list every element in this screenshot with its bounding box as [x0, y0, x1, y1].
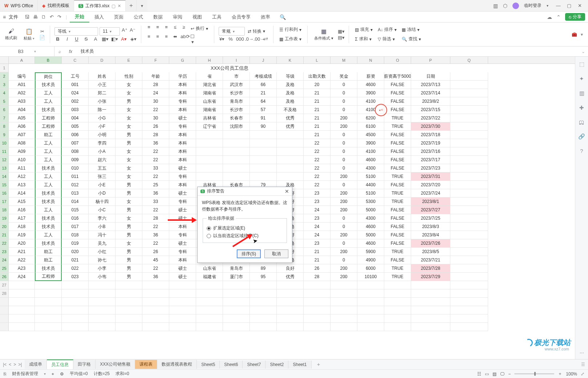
cell[interactable]: [450, 231, 488, 239]
cell[interactable]: [223, 147, 250, 156]
cell[interactable]: 小韦: [89, 273, 115, 281]
column-header[interactable]: 学历: [169, 72, 196, 81]
orientation-icon[interactable]: ab⟳: [181, 34, 187, 45]
cell[interactable]: TRUE: [384, 264, 411, 273]
cell[interactable]: 22: [304, 181, 331, 189]
cell[interactable]: [304, 281, 331, 289]
cell[interactable]: 本科: [169, 131, 196, 139]
undo-icon[interactable]: ↶: [50, 14, 54, 20]
cell[interactable]: 30: [142, 97, 169, 106]
cell[interactable]: [331, 323, 357, 331]
new-tab-button[interactable]: ＋: [126, 0, 137, 11]
row-header[interactable]: [0, 314, 9, 323]
row-header[interactable]: [0, 298, 9, 306]
cell[interactable]: 0: [331, 256, 357, 264]
row-header[interactable]: 15: [0, 181, 9, 189]
cell[interactable]: [277, 156, 304, 164]
cell[interactable]: [331, 281, 357, 289]
cell[interactable]: 22: [142, 239, 169, 248]
cell[interactable]: [223, 314, 250, 323]
cell[interactable]: 硕士: [169, 189, 196, 198]
cell[interactable]: 28: [142, 131, 169, 139]
cell[interactable]: 200: [331, 273, 357, 281]
cell[interactable]: 2023/7/21: [411, 256, 450, 264]
cell[interactable]: 24: [304, 231, 331, 239]
cell[interactable]: 张三: [89, 172, 115, 181]
cell[interactable]: [142, 289, 169, 298]
cell[interactable]: [196, 314, 223, 323]
cell[interactable]: [450, 106, 488, 114]
cell[interactable]: A16: [9, 206, 35, 214]
cell[interactable]: [250, 164, 277, 172]
cell[interactable]: [89, 281, 115, 289]
cell[interactable]: 本科: [169, 181, 196, 189]
font-color-icon[interactable]: A▾: [121, 36, 127, 42]
cell[interactable]: [89, 289, 115, 298]
cell[interactable]: A20: [9, 239, 35, 248]
cell[interactable]: 小李: [89, 264, 115, 273]
cell[interactable]: 200: [331, 264, 357, 273]
cell[interactable]: FALSE: [384, 239, 411, 248]
cell[interactable]: [277, 314, 304, 323]
cell[interactable]: FALSE: [384, 139, 411, 147]
cell[interactable]: 及格: [277, 81, 304, 89]
cell[interactable]: [142, 298, 169, 306]
cell[interactable]: 3900: [357, 89, 384, 97]
cell[interactable]: 0: [331, 89, 357, 97]
cell[interactable]: 李四: [89, 139, 115, 147]
border-icon[interactable]: ▦▾: [102, 36, 108, 42]
cell[interactable]: [450, 223, 488, 231]
filter-button[interactable]: ▽ 筛选 ▾: [376, 35, 398, 44]
cell[interactable]: 2023/7/31: [411, 172, 450, 181]
sheet-tab-scores[interactable]: 成绩单: [25, 360, 47, 369]
select-all-corner[interactable]: [0, 57, 9, 64]
col-header-N[interactable]: N: [357, 57, 384, 64]
cell[interactable]: [196, 156, 223, 164]
cell[interactable]: 4400: [357, 181, 384, 189]
column-header[interactable]: 性别: [115, 72, 142, 81]
app-tab-workbook[interactable]: S 工作簿3.xlsx ▢ ✕: [74, 0, 126, 11]
cell[interactable]: 工人: [35, 97, 62, 106]
cell[interactable]: 45: [142, 256, 169, 264]
cell[interactable]: 本科: [169, 156, 196, 164]
ribbon-tab-review[interactable]: 审阅: [168, 12, 187, 23]
cell[interactable]: 长沙市: [223, 106, 250, 114]
tab-menu-dropdown[interactable]: ▾: [137, 0, 147, 11]
cell[interactable]: 2023/7/18: [411, 131, 450, 139]
cell[interactable]: 技术员: [35, 164, 62, 172]
cell[interactable]: A11: [9, 164, 35, 172]
sidepane-help-icon[interactable]: ?: [580, 148, 583, 154]
cell[interactable]: [450, 131, 488, 139]
format-painter-button[interactable]: 🖌 格式刷: [3, 27, 19, 41]
cell[interactable]: 女: [115, 122, 142, 131]
cell[interactable]: [9, 306, 35, 314]
cell[interactable]: A21: [9, 248, 35, 256]
cell[interactable]: [169, 281, 196, 289]
cell[interactable]: [223, 131, 250, 139]
cell[interactable]: 男: [115, 131, 142, 139]
ribbon-tab-data[interactable]: 数据: [148, 12, 168, 23]
cell[interactable]: 本科: [169, 223, 196, 231]
col-header-Q[interactable]: Q: [450, 57, 488, 64]
row-header[interactable]: 18: [0, 206, 9, 214]
sheet-nav-first-icon[interactable]: |<: [3, 362, 7, 367]
cell[interactable]: 小明: [89, 131, 115, 139]
cell[interactable]: 小D: [89, 189, 115, 198]
cell[interactable]: [250, 298, 277, 306]
cell[interactable]: 6200: [357, 114, 384, 122]
col-header-I[interactable]: I: [223, 57, 250, 64]
cell[interactable]: 23: [304, 239, 331, 248]
cell[interactable]: 3900: [357, 139, 384, 147]
col-header-J[interactable]: J: [250, 57, 277, 64]
cell[interactable]: 小E: [89, 181, 115, 189]
cell[interactable]: [450, 114, 488, 122]
cell[interactable]: 22: [142, 206, 169, 214]
cell[interactable]: 007: [62, 139, 89, 147]
cell[interactable]: A12: [9, 172, 35, 181]
cell[interactable]: 0: [331, 181, 357, 189]
cell[interactable]: 工人: [35, 156, 62, 164]
cell[interactable]: TRUE: [384, 114, 411, 122]
cut-icon[interactable]: ✂: [39, 29, 45, 34]
cell[interactable]: [62, 306, 89, 314]
cell[interactable]: [304, 314, 331, 323]
